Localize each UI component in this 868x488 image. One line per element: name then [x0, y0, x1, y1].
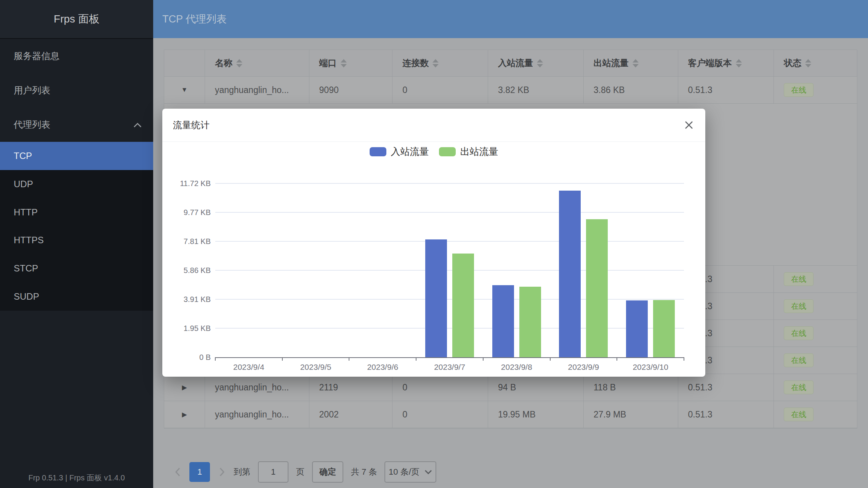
status-badge: 在线: [784, 299, 814, 313]
cell-traffic-out: 3.86 KB: [584, 77, 678, 103]
pagination: 1 到第 1 页 确定 共 7 条 10 条/页: [173, 462, 436, 482]
x-axis-category-label: 2023/9/10: [617, 363, 684, 372]
cell-connections: 0: [392, 401, 488, 428]
y-axis-tick-label: 5.86 KB: [168, 266, 211, 274]
sort-carets-icon: [736, 59, 742, 67]
column-header[interactable]: 状态: [774, 50, 857, 76]
x-axis-line: [215, 357, 684, 358]
row-expand-arrow[interactable]: ▶: [164, 401, 205, 428]
status-badge: 在线: [784, 326, 814, 340]
sidebar-subitem-label: UDP: [14, 179, 33, 189]
chart-gridline: [215, 241, 684, 242]
chevron-down-icon: [424, 469, 432, 475]
column-header[interactable]: 连接数: [392, 50, 488, 76]
status-badge: 在线: [784, 83, 814, 97]
x-axis-tick: [550, 357, 551, 361]
sort-asc-icon: [633, 59, 639, 63]
x-axis-tick: [483, 357, 484, 361]
x-axis-tick: [282, 357, 283, 361]
bar-traffic-in: [425, 239, 447, 357]
sidebar-item[interactable]: 服务器信息: [0, 39, 153, 73]
status-badge: 在线: [784, 353, 814, 367]
column-header-expand: [164, 50, 205, 76]
sidebar-subitem-tcp[interactable]: TCP: [0, 142, 153, 170]
sort-desc-icon: [236, 64, 242, 67]
sidebar-subitem-sudp[interactable]: SUDP: [0, 283, 153, 311]
sort-carets-icon: [633, 59, 639, 67]
column-header[interactable]: 客户端版本: [678, 50, 774, 76]
sort-carets-icon: [341, 59, 347, 67]
row-expand-arrow[interactable]: ▶: [164, 374, 205, 401]
y-axis-tick-label: 1.95 KB: [168, 324, 211, 332]
page-number-button[interactable]: 1: [189, 462, 210, 482]
x-axis-category-label: 2023/9/7: [416, 363, 483, 372]
sidebar-item[interactable]: 用户列表: [0, 73, 153, 108]
x-axis-category-label: 2023/9/5: [282, 363, 349, 372]
page-header: TCP 代理列表: [153, 0, 868, 38]
column-header-label: 客户端版本: [688, 57, 732, 69]
bar-traffic-in: [559, 191, 581, 357]
status-cell: 在线: [774, 77, 857, 103]
status-badge: 在线: [784, 380, 814, 394]
bar-traffic-out: [452, 254, 474, 357]
status-badge: 在线: [784, 272, 814, 286]
cell-traffic-in: 19.95 MB: [488, 401, 584, 428]
bar-traffic-in: [492, 285, 514, 357]
sidebar-submenu: TCPUDPHTTPHTTPSSTCPSUDP: [0, 142, 153, 311]
sidebar-subitem-https[interactable]: HTTPS: [0, 226, 153, 254]
column-header[interactable]: 入站流量: [488, 50, 584, 76]
chevron-left-icon: [175, 467, 181, 477]
x-axis-category-label: 2023/9/8: [483, 363, 550, 372]
x-axis-category-label: 2023/9/4: [215, 363, 282, 372]
chart-gridline: [215, 299, 684, 300]
y-axis-tick-label: 7.81 KB: [168, 238, 211, 245]
cell-port: 2002: [309, 401, 393, 428]
x-axis-tick: [617, 357, 617, 361]
page-size-select[interactable]: 10 条/页: [384, 461, 436, 483]
table-row: ▶yanghuanglin_ho...2119094 B118 B0.51.3在…: [164, 374, 857, 401]
sort-carets-icon: [805, 59, 811, 67]
goto-page-label: 到第: [234, 466, 250, 478]
cell-traffic-in: 94 B: [488, 374, 584, 401]
status-cell: 在线: [774, 401, 857, 428]
prev-page-button[interactable]: [173, 462, 182, 482]
sort-asc-icon: [736, 59, 742, 63]
chart-gridline: [215, 270, 684, 271]
x-axis-tick: [684, 357, 684, 361]
x-axis-category-label: 2023/9/9: [550, 363, 617, 372]
sidebar-subitem-stcp[interactable]: STCP: [0, 254, 153, 283]
column-header-label: 出站流量: [594, 57, 629, 69]
sidebar-subitem-http[interactable]: HTTP: [0, 198, 153, 226]
row-expand-arrow[interactable]: ▼: [164, 77, 205, 103]
status-cell: 在线: [774, 293, 857, 319]
sort-asc-icon: [432, 59, 439, 63]
sort-desc-icon: [341, 64, 347, 67]
cell-connections: 0: [392, 77, 488, 103]
column-header[interactable]: 名称: [205, 50, 309, 76]
sidebar-item-label: 代理列表: [14, 119, 50, 131]
sort-asc-icon: [805, 59, 811, 63]
x-axis-tick: [215, 357, 216, 361]
column-header[interactable]: 出站流量: [584, 50, 678, 76]
table-row: ▼yanghuanglin_ho...909003.82 KB3.86 KB0.…: [164, 77, 857, 104]
x-axis-category-label: 2023/9/6: [349, 363, 416, 372]
column-header[interactable]: 端口: [309, 50, 393, 76]
chart-gridline: [215, 328, 684, 329]
traffic-stats-dialog: 流量统计 入站流量出站流量 0 B1.95 KB3.91 KB5.86 KB7.…: [162, 109, 705, 377]
column-header-label: 名称: [215, 57, 232, 69]
next-page-button[interactable]: [218, 462, 226, 482]
cell-client-version: 0.51.3: [678, 374, 774, 401]
sort-asc-icon: [341, 59, 347, 63]
cell-traffic-out: 118 B: [584, 374, 678, 401]
status-cell: 在线: [774, 266, 857, 292]
status-cell: 在线: [774, 347, 857, 374]
sidebar-subitem-label: STCP: [14, 263, 38, 274]
goto-page-input[interactable]: 1: [258, 461, 288, 483]
sidebar-subitem-udp[interactable]: UDP: [0, 170, 153, 198]
sidebar-subitem-label: TCP: [14, 151, 32, 161]
x-axis-tick: [349, 357, 349, 361]
confirm-button[interactable]: 确定: [312, 461, 343, 483]
y-axis-tick-label: 9.77 KB: [168, 209, 211, 216]
sidebar-item[interactable]: 代理列表: [0, 108, 153, 142]
sidebar-item-label: 用户列表: [14, 84, 50, 96]
